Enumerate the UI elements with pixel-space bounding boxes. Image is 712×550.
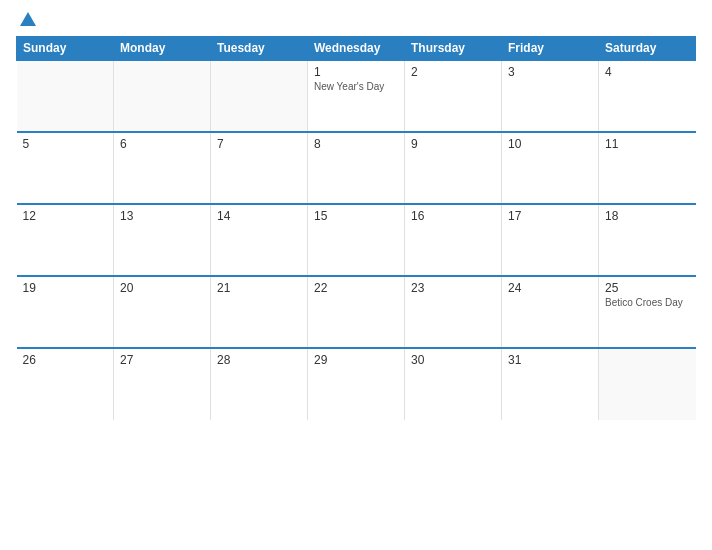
calendar-cell: 30: [405, 348, 502, 420]
calendar-cell: 8: [308, 132, 405, 204]
day-number: 26: [23, 353, 108, 367]
calendar-cell: 17: [502, 204, 599, 276]
day-number: 19: [23, 281, 108, 295]
day-number: 6: [120, 137, 204, 151]
calendar-cell: 14: [211, 204, 308, 276]
calendar-cell: 2: [405, 60, 502, 132]
calendar-cell: 3: [502, 60, 599, 132]
calendar-cell: 27: [114, 348, 211, 420]
day-number: 31: [508, 353, 592, 367]
day-number: 29: [314, 353, 398, 367]
weekday-header-tuesday: Tuesday: [211, 37, 308, 61]
calendar-cell: 12: [17, 204, 114, 276]
day-number: 28: [217, 353, 301, 367]
calendar-header: [16, 12, 696, 28]
calendar-cell: 20: [114, 276, 211, 348]
day-number: 24: [508, 281, 592, 295]
calendar-cell: 18: [599, 204, 696, 276]
calendar-cell: 26: [17, 348, 114, 420]
weekday-header-sunday: Sunday: [17, 37, 114, 61]
calendar-week-row: 262728293031: [17, 348, 696, 420]
calendar-cell: 24: [502, 276, 599, 348]
day-number: 11: [605, 137, 690, 151]
day-number: 25: [605, 281, 690, 295]
day-number: 22: [314, 281, 398, 295]
day-number: 30: [411, 353, 495, 367]
day-number: 1: [314, 65, 398, 79]
calendar-cell: 9: [405, 132, 502, 204]
weekday-header-thursday: Thursday: [405, 37, 502, 61]
calendar-cell: [114, 60, 211, 132]
day-number: 5: [23, 137, 108, 151]
calendar-cell: 23: [405, 276, 502, 348]
day-number: 8: [314, 137, 398, 151]
weekday-header-row: SundayMondayTuesdayWednesdayThursdayFrid…: [17, 37, 696, 61]
holiday-label: New Year's Day: [314, 81, 398, 93]
holiday-label: Betico Croes Day: [605, 297, 690, 309]
calendar-cell: [211, 60, 308, 132]
day-number: 4: [605, 65, 690, 79]
calendar-cell: 31: [502, 348, 599, 420]
logo-triangle-icon: [20, 12, 36, 26]
calendar-week-row: 19202122232425Betico Croes Day: [17, 276, 696, 348]
calendar-cell: 11: [599, 132, 696, 204]
calendar-cell: 10: [502, 132, 599, 204]
calendar-week-row: 567891011: [17, 132, 696, 204]
day-number: 17: [508, 209, 592, 223]
calendar-cell: [17, 60, 114, 132]
calendar-cell: 4: [599, 60, 696, 132]
calendar-cell: 29: [308, 348, 405, 420]
day-number: 9: [411, 137, 495, 151]
calendar-week-row: 12131415161718: [17, 204, 696, 276]
day-number: 18: [605, 209, 690, 223]
calendar-cell: 6: [114, 132, 211, 204]
day-number: 3: [508, 65, 592, 79]
day-number: 16: [411, 209, 495, 223]
day-number: 13: [120, 209, 204, 223]
calendar-table: SundayMondayTuesdayWednesdayThursdayFrid…: [16, 36, 696, 420]
day-number: 2: [411, 65, 495, 79]
weekday-header-wednesday: Wednesday: [308, 37, 405, 61]
day-number: 10: [508, 137, 592, 151]
logo: [16, 12, 36, 28]
calendar-cell: 16: [405, 204, 502, 276]
calendar-cell: 5: [17, 132, 114, 204]
calendar-cell: 22: [308, 276, 405, 348]
calendar-week-row: 1New Year's Day234: [17, 60, 696, 132]
day-number: 12: [23, 209, 108, 223]
day-number: 21: [217, 281, 301, 295]
day-number: 23: [411, 281, 495, 295]
calendar-cell: 19: [17, 276, 114, 348]
day-number: 27: [120, 353, 204, 367]
day-number: 7: [217, 137, 301, 151]
day-number: 14: [217, 209, 301, 223]
calendar-cell: 21: [211, 276, 308, 348]
calendar-cell: 13: [114, 204, 211, 276]
calendar-cell: [599, 348, 696, 420]
calendar-cell: 7: [211, 132, 308, 204]
day-number: 20: [120, 281, 204, 295]
calendar-cell: 25Betico Croes Day: [599, 276, 696, 348]
calendar-page: SundayMondayTuesdayWednesdayThursdayFrid…: [0, 0, 712, 550]
calendar-cell: 1New Year's Day: [308, 60, 405, 132]
weekday-header-monday: Monday: [114, 37, 211, 61]
day-number: 15: [314, 209, 398, 223]
weekday-header-friday: Friday: [502, 37, 599, 61]
weekday-header-saturday: Saturday: [599, 37, 696, 61]
calendar-cell: 15: [308, 204, 405, 276]
calendar-cell: 28: [211, 348, 308, 420]
